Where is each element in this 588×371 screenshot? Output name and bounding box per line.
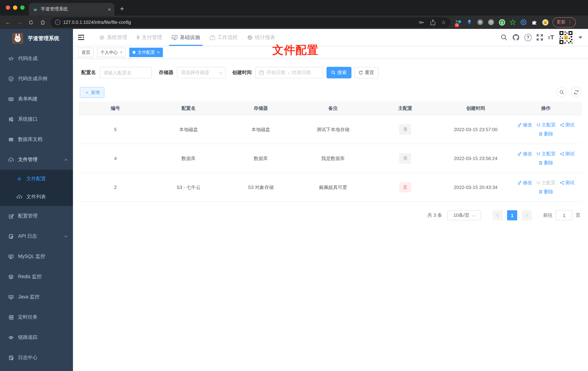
font-size-icon[interactable]: TT (548, 34, 554, 41)
browser-menu-icon[interactable]: ⋮ (568, 20, 572, 25)
sidebar-item-system-api[interactable]: 系统接口 (0, 109, 73, 129)
share-icon[interactable] (430, 19, 435, 25)
page-size-select[interactable]: 10条/页 (447, 210, 481, 220)
sidebar-item-db-doc[interactable]: 数据库文档 (0, 129, 73, 149)
sidebar-item-code-gen-example[interactable]: 代码生成示例 (0, 69, 73, 89)
monitor-check-icon (172, 34, 178, 40)
collapse-sidebar-icon[interactable] (78, 35, 84, 40)
tag-close-icon[interactable]: × (120, 50, 122, 55)
minimize-window-button[interactable] (13, 5, 17, 10)
delete-link[interactable]: 删除 (538, 131, 553, 137)
top-menu-workflow[interactable]: 工作流程 (205, 29, 242, 46)
extension-eye-icon[interactable] (520, 19, 527, 25)
edit-link[interactable]: 修改 (517, 180, 532, 186)
github-icon[interactable] (512, 34, 520, 41)
new-tab-button[interactable]: + (120, 4, 124, 14)
help-icon[interactable]: ? (525, 34, 532, 41)
window-controls[interactable] (6, 5, 25, 10)
sidebar-item-log-center[interactable]: 日志中心 (0, 348, 73, 368)
favicon-plant-icon (32, 7, 38, 12)
tag-close-icon[interactable]: × (157, 50, 160, 55)
reset-button[interactable]: 重置 (354, 67, 378, 78)
sidebar-item-trace[interactable]: 链路追踪 (0, 327, 73, 348)
sidebar-logo-row[interactable]: 芋道管理系统 (0, 31, 73, 45)
master-config-link[interactable]: 主配置 (536, 122, 556, 128)
screen: 芋道管理系统 × + ← → i 127.0.0.1:1024/infra/fi… (0, 0, 588, 371)
extension-command-icon[interactable]: ⌘ (477, 19, 483, 25)
config-name-input[interactable] (99, 67, 151, 78)
sidebar-item-file-list[interactable]: 文件列表 (0, 188, 73, 206)
sidebar-item-file-management[interactable]: 文件管理 (0, 149, 73, 170)
top-menu-system[interactable]: 系统管理 (94, 29, 132, 46)
goto-page-input[interactable] (556, 210, 573, 220)
tag-profile[interactable]: 个人中心 × (97, 48, 126, 57)
test-link[interactable]: 测试 (560, 180, 575, 186)
next-page-button[interactable] (522, 210, 532, 220)
sidebar-item-redis-monitor[interactable]: Redis 监控 (0, 267, 73, 287)
extension-y-icon[interactable]: y (499, 19, 505, 25)
fullscreen-icon[interactable] (536, 34, 543, 41)
page-number-1[interactable]: 1 (507, 210, 517, 220)
home-icon[interactable] (37, 20, 48, 25)
extension-puzzle-icon[interactable] (531, 19, 537, 25)
refresh-table-button[interactable] (571, 87, 581, 97)
sidebar-item-mysql-monitor[interactable]: MySQL 监控 (0, 246, 73, 267)
master-config-link[interactable]: 主配置 (536, 151, 556, 157)
filter-form: 配置名 存储器 请选择存储器 创建时间 开始日期 - 结束日期 搜索 重置 (81, 67, 378, 78)
avatar-caret-icon[interactable] (579, 36, 582, 39)
test-link[interactable]: 测试 (560, 151, 575, 157)
sidebar-item-config-management[interactable]: 配置管理 (0, 206, 73, 226)
eye-icon (8, 335, 14, 340)
plus-icon: ＋ (84, 89, 89, 96)
top-menu-payment[interactable]: ¥ 支付管理 (132, 29, 167, 46)
avatar[interactable] (559, 30, 573, 45)
url-text[interactable]: 127.0.0.1:1024/infra/file/file-config (63, 20, 131, 25)
password-key-icon[interactable] (419, 19, 424, 25)
extension-diamond-icon[interactable]: 11 (455, 19, 462, 25)
sidebar-item-scheduled-tasks[interactable]: 定时任务 (0, 307, 73, 327)
search-button[interactable]: 搜索 (326, 67, 351, 78)
tag-home[interactable]: 首页 (78, 48, 94, 57)
delete-link[interactable]: 删除 (538, 160, 553, 166)
add-button[interactable]: ＋ 新增 (80, 87, 104, 98)
site-info-icon[interactable]: i (55, 20, 60, 25)
app-title: 芋道管理系统 (28, 35, 59, 42)
bookmark-star-icon[interactable]: ☆ (441, 19, 446, 25)
extension-star-icon[interactable] (510, 19, 516, 25)
sidebar-item-form-builder[interactable]: 表单构建 (0, 89, 73, 109)
refresh-icon (574, 90, 578, 95)
extension-grey-dot-icon[interactable] (488, 19, 494, 25)
magnet-icon (536, 181, 540, 185)
browser-update-button[interactable]: 更新 ⋮ (553, 17, 576, 27)
edit-link[interactable]: 修改 (517, 151, 532, 157)
sidebar-item-file-config[interactable]: 文件配置 (0, 170, 73, 188)
delete-link[interactable]: 删除 (538, 189, 553, 195)
test-link[interactable]: 测试 (560, 122, 575, 128)
sidebar-item-api-log[interactable]: API 日志 (0, 226, 73, 246)
edit-link[interactable]: 修改 (517, 122, 532, 128)
show-search-button[interactable] (556, 87, 567, 97)
sidebar-item-java-monitor[interactable]: Java 监控 (0, 287, 73, 307)
start-date-placeholder: 开始日期 (267, 69, 285, 76)
tab-close-icon[interactable]: × (108, 6, 111, 12)
extension-gem-icon[interactable] (466, 19, 472, 25)
close-window-button[interactable] (6, 5, 10, 10)
top-menu-infrastructure[interactable]: 基础设施 (167, 29, 205, 46)
prev-page-button[interactable] (493, 210, 503, 220)
search-icon[interactable] (501, 34, 507, 41)
back-icon[interactable]: ← (2, 19, 14, 25)
extension-emoji-icon[interactable] (542, 19, 548, 25)
sidebar-item-label: 文件配置 (26, 176, 46, 182)
url-bar[interactable]: i 127.0.0.1:1024/infra/file/file-config … (51, 17, 450, 27)
top-menu-label: 支付管理 (142, 34, 162, 41)
sidebar-item-label: Redis 监控 (18, 274, 42, 280)
sidebar-item-code-generation[interactable]: 代码生成 (0, 48, 73, 69)
browser-tab[interactable]: 芋道管理系统 × (29, 3, 115, 16)
storage-select[interactable]: 请选择存储器 (177, 67, 226, 78)
date-range-picker[interactable]: 开始日期 - 结束日期 (255, 67, 323, 78)
forward-icon[interactable]: → (14, 19, 25, 25)
maximize-window-button[interactable] (20, 5, 25, 10)
cell-name: 数据库 (152, 155, 225, 162)
reload-icon[interactable] (25, 20, 37, 25)
tag-file-config[interactable]: 文件配置 × (129, 48, 163, 57)
